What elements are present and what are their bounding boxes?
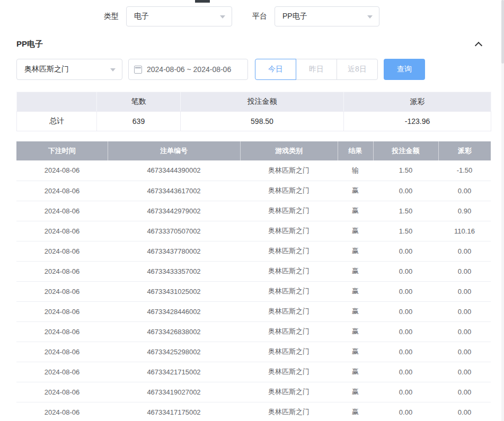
cell-order-id: 46733442979002	[108, 201, 240, 221]
cell-bet-amount: 0.00	[373, 241, 438, 261]
collapse-chevron-up-icon[interactable]	[475, 41, 482, 49]
cell-bet-time: 2024-08-06	[16, 342, 108, 362]
summary-count-value: 639	[97, 112, 181, 131]
summary-row: 总计 639 598.50 -123.96	[17, 112, 491, 131]
summary-table: 笔数 投注金额 派彩 总计 639 598.50 -123.96	[16, 92, 491, 131]
cell-game-type: 奥林匹斯之门	[240, 241, 338, 261]
cell-result: 输	[338, 160, 373, 181]
cell-payout: 0.00	[438, 362, 491, 382]
cell-order-id: 46733443617002	[108, 181, 240, 201]
cell-bet-time: 2024-08-06	[16, 321, 108, 342]
cell-game-type: 奥林匹斯之门	[240, 301, 338, 321]
cell-order-id: 46733428446002	[108, 301, 240, 321]
table-row: 2024-08-06 46733433357002 奥林匹斯之门 赢 0.00 …	[16, 261, 491, 281]
table-row: 2024-08-06 46733437780002 奥林匹斯之门 赢 0.00 …	[16, 241, 491, 261]
cell-bet-amount: 0.00	[373, 301, 438, 321]
records-header-order-id: 注单编号	[108, 141, 240, 160]
platform-label: 平台	[252, 12, 267, 21]
cell-bet-amount: 0.00	[373, 181, 438, 201]
cell-bet-amount: 0.00	[373, 382, 438, 402]
summary-payout-value: -123.96	[344, 112, 491, 131]
cell-payout: 0.00	[438, 281, 491, 301]
cell-bet-amount: 1.50	[373, 221, 438, 241]
last-8-days-button[interactable]: 近8日	[337, 59, 378, 80]
calendar-icon	[134, 66, 142, 74]
date-range-value: 2024-08-06 ~ 2024-08-06	[147, 65, 231, 74]
cell-game-type: 奥林匹斯之门	[240, 221, 338, 241]
today-button[interactable]: 今日	[255, 59, 296, 80]
cell-result: 赢	[338, 261, 373, 281]
records-header-bet-time: 下注时间	[16, 141, 108, 160]
type-label: 类型	[104, 12, 119, 21]
cell-result: 赢	[338, 201, 373, 221]
cell-order-id: 46733421715002	[108, 362, 240, 382]
summary-total-label: 总计	[17, 112, 97, 131]
scrollbar-track[interactable]	[501, 0, 504, 421]
cell-bet-time: 2024-08-06	[16, 221, 108, 241]
table-row: 2024-08-06 46733443617002 奥林匹斯之门 赢 0.00 …	[16, 181, 491, 201]
cell-game-type: 奥林匹斯之门	[240, 261, 338, 281]
table-row: 2024-08-06 46733421715002 奥林匹斯之门 赢 0.00 …	[16, 362, 491, 382]
chevron-down-icon	[110, 68, 116, 71]
cell-order-id: 46733431025002	[108, 281, 240, 301]
query-row: 奥林匹斯之门 2024-08-06 ~ 2024-08-06 今日 昨日 近8日…	[16, 59, 504, 80]
game-select[interactable]: 奥林匹斯之门	[16, 59, 122, 80]
cell-game-type: 奥林匹斯之门	[240, 201, 338, 221]
cell-payout: 0.00	[438, 301, 491, 321]
table-row: 2024-08-06 46733419027002 奥林匹斯之门 赢 0.00 …	[16, 382, 491, 402]
cell-bet-time: 2024-08-06	[16, 241, 108, 261]
cell-order-id: 46733437780002	[108, 241, 240, 261]
cell-order-id: 46733417175002	[108, 402, 240, 421]
cell-payout: 110.16	[438, 221, 491, 241]
cell-result: 赢	[338, 301, 373, 321]
cell-bet-amount: 0.00	[373, 402, 438, 421]
cell-bet-time: 2024-08-06	[16, 382, 108, 402]
chevron-down-icon	[220, 15, 225, 19]
type-select[interactable]: 电子	[126, 6, 232, 26]
cell-payout: 0.00	[438, 181, 491, 201]
cell-payout: 0.00	[438, 382, 491, 402]
cell-payout: -1.50	[438, 160, 491, 181]
records-header-game-type: 游戏类别	[240, 141, 338, 160]
cell-bet-amount: 0.00	[373, 342, 438, 362]
summary-header-count: 笔数	[97, 92, 181, 112]
records-header-result: 结果	[338, 141, 373, 160]
game-select-value: 奥林匹斯之门	[24, 65, 69, 74]
scrollbar-thumb[interactable]	[501, 0, 504, 64]
date-range-input[interactable]: 2024-08-06 ~ 2024-08-06	[128, 59, 248, 80]
cell-bet-time: 2024-08-06	[16, 301, 108, 321]
cell-bet-amount: 0.00	[373, 281, 438, 301]
cell-game-type: 奥林匹斯之门	[240, 382, 338, 402]
summary-header-bet-amount: 投注金额	[181, 92, 344, 112]
cell-order-id: 46733426838002	[108, 321, 240, 342]
cell-payout: 0.00	[438, 241, 491, 261]
cell-order-id: 46733433357002	[108, 261, 240, 281]
cell-payout: 0.00	[438, 342, 491, 362]
cell-payout: 0.90	[438, 201, 491, 221]
table-row: 2024-08-06 46733428446002 奥林匹斯之门 赢 0.00 …	[16, 301, 491, 321]
filter-row: 类型 电子 平台 PP电子	[0, 0, 504, 26]
search-button[interactable]: 查询	[384, 59, 425, 80]
cell-order-id: 46733370507002	[108, 221, 240, 241]
records-table: 下注时间 注单编号 游戏类别 结果 投注金额 派彩 2024-08-06 467…	[16, 141, 491, 421]
records-header-bet-amount: 投注金额	[373, 141, 438, 160]
top-tab-indicator	[195, 0, 210, 3]
cell-game-type: 奥林匹斯之门	[240, 362, 338, 382]
records-table-body: 2024-08-06 46733444390002 奥林匹斯之门 输 1.50 …	[16, 160, 491, 421]
cell-bet-time: 2024-08-06	[16, 402, 108, 421]
platform-select-value: PP电子	[282, 12, 307, 21]
cell-payout: 0.00	[438, 321, 491, 342]
quick-date-button-group: 今日 昨日 近8日	[255, 59, 378, 80]
cell-order-id: 46733444390002	[108, 160, 240, 181]
records-header-payout: 派彩	[438, 141, 491, 160]
cell-bet-amount: 0.00	[373, 261, 438, 281]
cell-result: 赢	[338, 362, 373, 382]
cell-order-id: 46733419027002	[108, 382, 240, 402]
platform-select[interactable]: PP电子	[275, 6, 379, 26]
table-row: 2024-08-06 46733442979002 奥林匹斯之门 赢 1.50 …	[16, 201, 491, 221]
table-row: 2024-08-06 46733431025002 奥林匹斯之门 赢 0.00 …	[16, 281, 491, 301]
yesterday-button[interactable]: 昨日	[296, 59, 337, 80]
cell-payout: 0.00	[438, 261, 491, 281]
summary-header-payout: 派彩	[344, 92, 491, 112]
cell-game-type: 奥林匹斯之门	[240, 402, 338, 421]
